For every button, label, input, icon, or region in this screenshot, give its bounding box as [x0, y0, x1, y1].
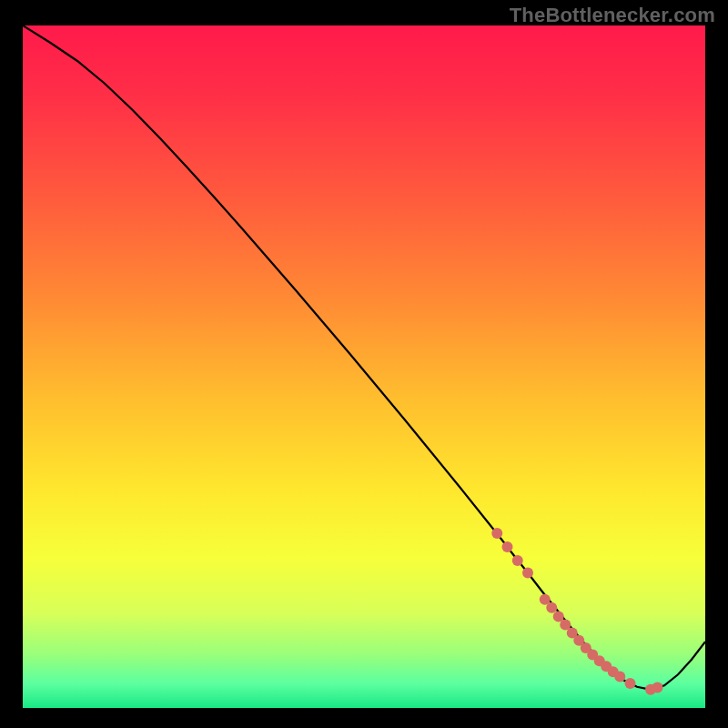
gradient-background [23, 25, 705, 708]
attribution-text: TheBottlenecker.com [510, 4, 715, 27]
highlight-marker [491, 528, 502, 539]
plot-area [23, 25, 705, 708]
highlight-marker [614, 672, 625, 682]
highlight-marker [502, 541, 513, 552]
highlight-marker [652, 682, 663, 693]
chart-frame: TheBottlenecker.com [0, 0, 728, 728]
highlight-marker [512, 555, 523, 566]
highlight-marker [522, 568, 533, 579]
chart-svg [23, 25, 705, 708]
highlight-marker [546, 602, 557, 613]
highlight-marker [625, 678, 636, 689]
